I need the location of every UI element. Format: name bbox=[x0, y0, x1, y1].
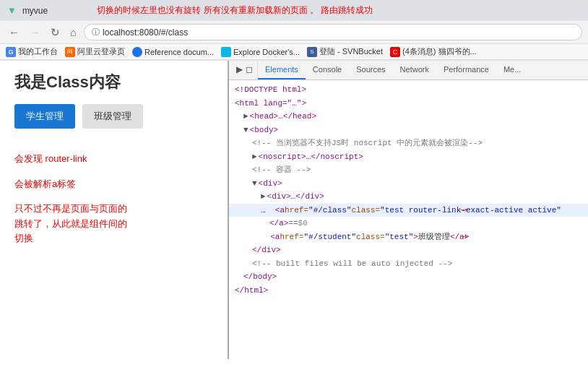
tab-more[interactable]: Me... bbox=[496, 61, 528, 79]
code-html-close: </html> bbox=[229, 284, 588, 298]
inspect-icon[interactable]: ▶ bbox=[236, 64, 243, 76]
bookmark-icon-g: G bbox=[6, 47, 16, 57]
devtools-panel: ▶ ◻ Elements Console Sources Network Per… bbox=[228, 61, 588, 359]
bookmark-label-reference: Reference docum... bbox=[144, 48, 214, 56]
devtools-code-content: <!DOCTYPE html> <html lang="…"> ► <head>… bbox=[229, 80, 588, 359]
btn-group: 学生管理 班级管理 bbox=[14, 104, 213, 129]
class-mgmt-button[interactable]: 班级管理 bbox=[82, 104, 143, 129]
student-mgmt-button[interactable]: 学生管理 bbox=[14, 104, 75, 129]
annotation-router-link: 会发现 router-link bbox=[14, 150, 213, 167]
code-doctype: <!DOCTYPE html> bbox=[229, 83, 588, 97]
forward-button[interactable]: → bbox=[27, 25, 43, 40]
bookmark-label-aliyun: 阿里云登录页 bbox=[77, 46, 125, 57]
home-button[interactable]: ⌂ bbox=[67, 25, 79, 40]
code-comment2: <!-- 容器 --> bbox=[229, 163, 588, 177]
code-noscript: ► <noscript>…</noscript> bbox=[229, 150, 588, 164]
code-body-close: </body> bbox=[229, 270, 588, 284]
code-anchor-student: → <a href="#/student" class="test" >班级管理… bbox=[229, 230, 588, 244]
left-annotations: 会发现 router-link 会被解析a标签 只不过不再是页面与页面的跳转了，… bbox=[14, 150, 213, 246]
bookmark-label-docker: Explore Docker's... bbox=[233, 48, 300, 56]
bookmark-icon-docker bbox=[221, 47, 231, 57]
browser-chrome: ▼ myvue 切换的时候左里也没有旋转 所有没有重新加载新的页面 。 路由跳转… bbox=[0, 0, 588, 61]
bookmark-reference[interactable]: Reference docum... bbox=[132, 47, 214, 57]
bookmark-aliyun[interactable]: 阿 阿里云登录页 bbox=[65, 46, 125, 57]
bookmark-icon-cat: C bbox=[390, 47, 400, 57]
bookmark-gongzuotai[interactable]: G 我的工作台 bbox=[6, 46, 58, 57]
device-icon[interactable]: ◻ bbox=[246, 64, 253, 76]
annotation-a-tag: 会被解析a标签 bbox=[14, 176, 213, 192]
lock-icon: ⓘ bbox=[92, 27, 100, 38]
main-area: 我是Class内容 学生管理 班级管理 会发现 router-link 会被解析… bbox=[0, 61, 588, 359]
top-annotation: 切换的时候左里也没有旋转 所有没有重新加载新的页面 。 路由跳转成功 bbox=[97, 4, 373, 17]
bookmarks-bar: G 我的工作台 阿 阿里云登录页 Reference docum... Expl… bbox=[0, 44, 588, 60]
code-div-open: ▼ <div> bbox=[229, 177, 588, 191]
annotation-text-1: 会发现 router-link bbox=[14, 153, 87, 164]
nav-bar: ← → ↻ ⌂ ⓘ localhost:8080/#/class bbox=[0, 21, 588, 44]
code-anchor-class: → … <a href="#/class" class="test router… bbox=[229, 204, 588, 217]
code-div-close: </div> bbox=[229, 243, 588, 257]
tab-performance[interactable]: Performance bbox=[436, 61, 496, 79]
arrow-icon-1: → bbox=[460, 202, 467, 219]
bookmark-label-gongzuotai: 我的工作台 bbox=[18, 46, 58, 57]
tab-console[interactable]: Console bbox=[306, 61, 349, 79]
bookmark-icon-ali: 阿 bbox=[65, 47, 75, 57]
page-content: 我是Class内容 学生管理 班级管理 会发现 router-link 会被解析… bbox=[0, 61, 228, 359]
refresh-button[interactable]: ↻ bbox=[48, 25, 63, 40]
devtools-toolbar: ▶ ◻ bbox=[232, 61, 258, 79]
tab-elements[interactable]: Elements bbox=[258, 61, 306, 79]
page-heading: 我是Class内容 bbox=[14, 72, 213, 93]
annotation-text-3: 只不过不再是页面与页面的跳转了，从此就是组件间的切换 bbox=[14, 203, 127, 244]
back-button[interactable]: ← bbox=[6, 25, 22, 40]
code-div-inner: ► <div>…</div> bbox=[229, 190, 588, 204]
code-body-open: ▼ <body> bbox=[229, 124, 588, 137]
devtools-tabs: ▶ ◻ Elements Console Sources Network Per… bbox=[229, 61, 588, 80]
code-comment1: <!-- 当浏览器不支持JS时 noscript 中的元素就会被渲染--> bbox=[229, 137, 588, 150]
title-bar: ▼ myvue 切换的时候左里也没有旋转 所有没有重新加载新的页面 。 路由跳转… bbox=[0, 0, 588, 21]
bookmark-svn[interactable]: S 登陆 - SVNBucket bbox=[307, 46, 383, 57]
bookmark-label-svn: 登陆 - SVNBucket bbox=[319, 46, 383, 57]
arrow-icon-2: → bbox=[460, 228, 467, 246]
code-html: <html lang="…"> bbox=[229, 97, 588, 111]
bookmark-icon-ref bbox=[132, 47, 142, 57]
bookmark-icon-svn: S bbox=[307, 47, 317, 57]
code-comment3: <!-- built files will be auto injected -… bbox=[229, 257, 588, 271]
url-bar[interactable]: ⓘ localhost:8080/#/class bbox=[84, 24, 582, 40]
tab-sources[interactable]: Sources bbox=[349, 61, 392, 79]
tab-title: myvue bbox=[22, 6, 48, 16]
bookmark-label-cat: (4条消息) 猫四爷的... bbox=[402, 46, 477, 57]
tab-network[interactable]: Network bbox=[393, 61, 436, 79]
code-anchor-eq: </a> == $0 bbox=[229, 217, 588, 230]
url-text: localhost:8080/#/class bbox=[103, 27, 188, 38]
annotation-component: 只不过不再是页面与页面的跳转了，从此就是组件间的切换 bbox=[14, 202, 130, 246]
bookmark-cat[interactable]: C (4条消息) 猫四爷的... bbox=[390, 46, 477, 57]
annotation-text-2: 会被解析a标签 bbox=[14, 178, 76, 189]
bookmark-docker[interactable]: Explore Docker's... bbox=[221, 47, 300, 57]
code-head: ► <head>…</head> bbox=[229, 110, 588, 124]
vue-logo: ▼ bbox=[7, 5, 17, 16]
browser-wrapper: ▼ myvue 切换的时候左里也没有旋转 所有没有重新加载新的页面 。 路由跳转… bbox=[0, 0, 588, 367]
